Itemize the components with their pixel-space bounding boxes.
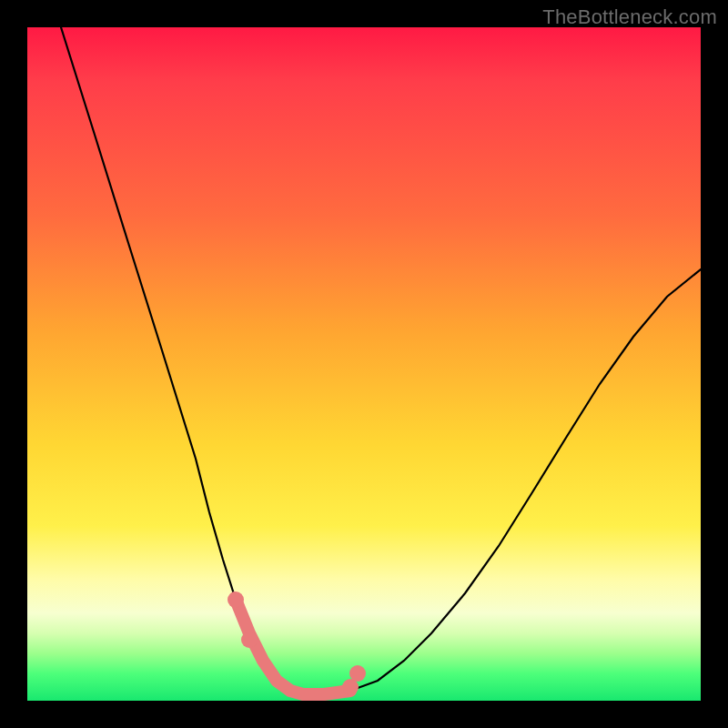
bottleneck-curve [61,27,701,694]
curve-svg [27,27,701,701]
highlight-dot [349,665,366,682]
watermark-text: TheBottleneck.com [542,5,717,29]
chart-frame: TheBottleneck.com [0,0,728,728]
plot-area [27,27,701,701]
highlight-dot [241,632,258,648]
highlight-dot [228,592,244,608]
